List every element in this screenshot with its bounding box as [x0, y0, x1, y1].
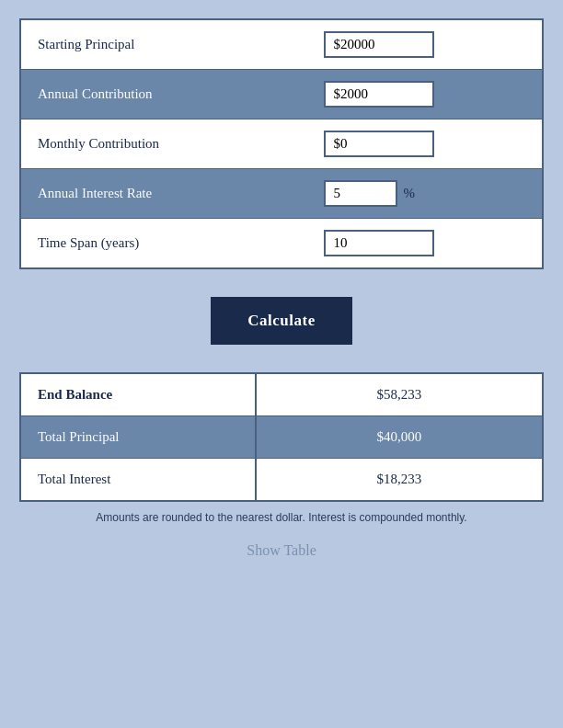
monthly-contribution-input[interactable]	[324, 131, 434, 157]
total-interest-label: Total Interest	[20, 459, 256, 502]
annual-contribution-input-cell	[307, 70, 543, 119]
annual-interest-rate-row: Annual Interest Rate %	[20, 169, 543, 219]
annual-interest-rate-input[interactable]	[324, 180, 397, 207]
percent-sign: %	[403, 186, 415, 201]
end-balance-value: $58,233	[256, 373, 543, 416]
annual-contribution-label: Annual Contribution	[20, 70, 307, 119]
results-table: End Balance $58,233 Total Principal $40,…	[19, 372, 544, 502]
starting-principal-input[interactable]	[324, 31, 434, 58]
starting-principal-row: Starting Principal	[20, 19, 543, 70]
rate-wrapper: %	[324, 180, 525, 207]
monthly-contribution-input-cell	[307, 119, 543, 169]
calculate-button[interactable]: Calculate	[211, 297, 351, 345]
time-span-row: Time Span (years)	[20, 219, 543, 269]
show-table-button[interactable]: Show Table	[247, 542, 316, 559]
starting-principal-label: Starting Principal	[20, 19, 307, 70]
total-principal-label: Total Principal	[20, 416, 256, 459]
time-span-input[interactable]	[324, 230, 434, 256]
time-span-label: Time Span (years)	[20, 219, 307, 269]
total-principal-row: Total Principal $40,000	[20, 416, 543, 459]
total-interest-row: Total Interest $18,233	[20, 459, 543, 502]
monthly-contribution-label: Monthly Contribution	[20, 119, 307, 169]
annual-interest-rate-label: Annual Interest Rate	[20, 169, 307, 219]
page-container: Starting Principal Annual Contribution M…	[19, 18, 544, 559]
end-balance-row: End Balance $58,233	[20, 373, 543, 416]
annual-contribution-row: Annual Contribution	[20, 70, 543, 119]
button-container: Calculate	[19, 297, 544, 345]
starting-principal-input-cell	[307, 19, 543, 70]
total-interest-value: $18,233	[256, 459, 543, 502]
show-table-container: Show Table	[19, 542, 544, 559]
time-span-input-cell	[307, 219, 543, 269]
footer-note: Amounts are rounded to the nearest dolla…	[19, 511, 544, 524]
total-principal-value: $40,000	[256, 416, 543, 459]
end-balance-label: End Balance	[20, 373, 256, 416]
monthly-contribution-row: Monthly Contribution	[20, 119, 543, 169]
annual-contribution-input[interactable]	[324, 81, 434, 108]
annual-interest-rate-input-cell: %	[307, 169, 543, 219]
input-table: Starting Principal Annual Contribution M…	[19, 18, 544, 269]
